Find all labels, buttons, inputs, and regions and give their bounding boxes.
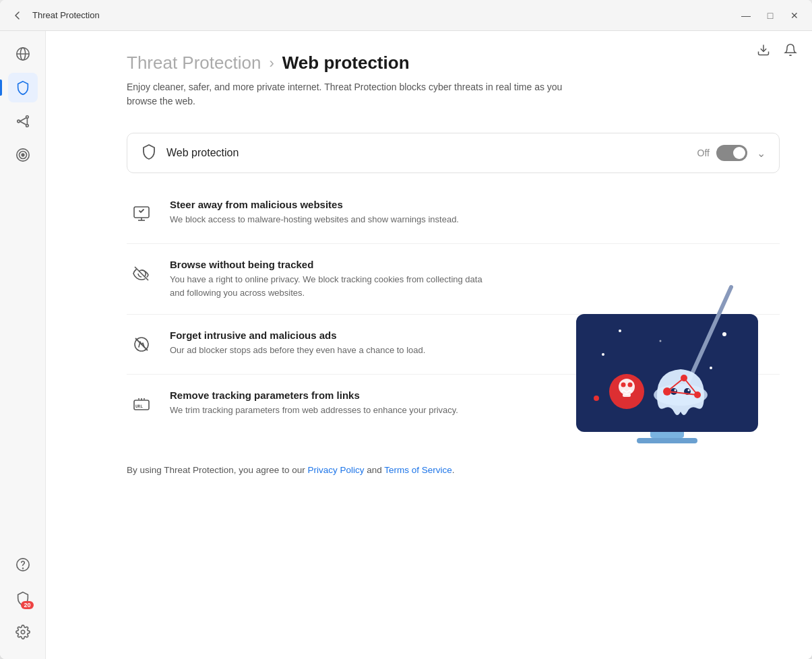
breadcrumb-current: Web protection	[282, 53, 410, 73]
privacy-policy-link[interactable]: Privacy Policy	[307, 465, 364, 475]
page-header: Threat Protection › Web protection Enjoy…	[46, 31, 812, 122]
feature-malicious-websites: Steer away from malicious websites We bl…	[127, 184, 780, 244]
feature-desc-1: You have a right to online privacy. We b…	[170, 273, 493, 299]
feature-desc-2: Our ad blocker stops ads before they eve…	[170, 344, 493, 357]
content-area: Threat Protection › Web protection Enjoy…	[46, 31, 812, 659]
svg-text:URL: URL	[135, 404, 143, 408]
breadcrumb-parent[interactable]: Threat Protection	[127, 53, 261, 73]
svg-point-31	[688, 389, 690, 391]
footer-text-before: By using Threat Protection, you agree to…	[127, 465, 307, 475]
sidebar-item-settings[interactable]	[8, 617, 38, 647]
web-protection-toggle[interactable]	[716, 145, 747, 161]
svg-point-34	[621, 383, 626, 387]
svg-point-14	[21, 630, 25, 634]
sidebar-item-help[interactable]	[8, 550, 38, 579]
sidebar-item-shield-badge[interactable]: 20	[8, 584, 38, 613]
svg-point-45	[710, 367, 712, 369]
svg-point-48	[594, 396, 599, 401]
maximize-button[interactable]: □	[761, 6, 780, 25]
shield-badge-count: 20	[21, 601, 33, 609]
svg-point-46	[619, 330, 621, 332]
svg-line-7	[20, 121, 26, 125]
window-title: Threat Protection	[32, 10, 737, 20]
svg-rect-24	[637, 438, 697, 443]
web-protection-illustration	[563, 274, 772, 462]
footer-text-middle: and	[364, 465, 384, 475]
svg-rect-36	[623, 394, 631, 397]
sidebar-item-target[interactable]	[8, 140, 38, 170]
feature-title-0: Steer away from malicious websites	[170, 199, 780, 210]
shield-icon	[141, 144, 157, 163]
svg-point-5	[26, 125, 28, 127]
sidebar-item-shield[interactable]	[8, 73, 38, 102]
feature-title-1: Browse without being tracked	[170, 259, 780, 270]
breadcrumb-separator: ›	[269, 55, 274, 72]
terms-link[interactable]: Terms of Service	[384, 465, 452, 475]
svg-rect-25	[576, 314, 758, 432]
sidebar-item-mesh[interactable]	[8, 106, 38, 136]
sidebar: 20	[0, 31, 46, 659]
breadcrumb: Threat Protection › Web protection	[127, 53, 780, 73]
svg-point-13	[22, 568, 23, 569]
back-button[interactable]	[8, 6, 27, 25]
chevron-down-icon[interactable]: ⌄	[757, 147, 766, 160]
svg-point-4	[26, 116, 28, 119]
close-button[interactable]: ✕	[785, 6, 804, 25]
svg-point-11	[22, 154, 24, 156]
toggle-status: Off	[697, 148, 710, 158]
svg-point-44	[602, 353, 604, 356]
svg-point-30	[675, 389, 677, 391]
ad-block-icon	[127, 330, 156, 359]
svg-point-47	[660, 340, 662, 342]
svg-point-43	[722, 332, 726, 336]
web-protection-toggle-card: Web protection Off ⌄	[127, 133, 780, 173]
download-button[interactable]	[753, 39, 774, 61]
page-description: Enjoy cleaner, safer, and more private i…	[127, 80, 585, 108]
svg-point-35	[628, 383, 633, 387]
svg-line-6	[20, 118, 26, 121]
toggle-card-label: Web protection	[166, 147, 697, 159]
minimize-button[interactable]: —	[737, 6, 755, 25]
url-icon: URL	[127, 389, 156, 419]
footer-text-after: .	[452, 465, 455, 475]
notification-button[interactable]	[780, 39, 801, 61]
feature-desc-0: We block access to malware-hosting websi…	[170, 213, 493, 226]
svg-point-3	[17, 120, 20, 123]
sidebar-item-globe[interactable]	[8, 39, 38, 69]
monitor-shield-icon	[127, 199, 156, 228]
svg-line-20	[135, 338, 148, 350]
feature-desc-3: We trim tracking parameters from web add…	[170, 404, 493, 417]
eye-slash-icon	[127, 259, 156, 288]
